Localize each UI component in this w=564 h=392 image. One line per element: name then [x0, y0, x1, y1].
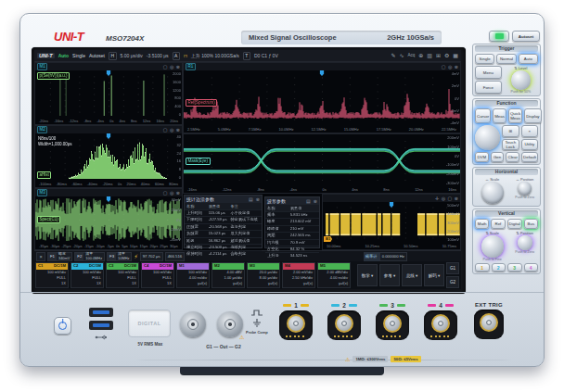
run-mode-indicator[interactable]: Auto [58, 53, 69, 58]
close-icon[interactable]: ⊗ [314, 198, 317, 204]
menu-icon[interactable]: ▤ [306, 198, 311, 204]
bus-tag: B1 [324, 236, 332, 242]
apps-icon[interactable]: ▦ [453, 51, 458, 60]
horizontal-position-knob[interactable] [518, 182, 532, 196]
function-button[interactable]: Meas [493, 108, 506, 123]
vertical-position-knob[interactable] [518, 235, 532, 250]
close-icon[interactable]: ⊗ [176, 64, 180, 70]
cursor-icon[interactable]: ⊕ [418, 51, 423, 60]
trigger-mode-button[interactable]: Auto [519, 54, 538, 64]
channel-button[interactable]: 2 [492, 263, 506, 272]
channel-status-box[interactable]: M4 2.00 mV/div 2.50 kHz/div y=f(x) [282, 262, 315, 288]
maximize-icon[interactable]: ▢ [442, 64, 446, 70]
channel-status-box[interactable]: M5 2.00 dBV/div 4.00 ns/div y=f(x) [317, 262, 351, 288]
gen-buttons: G1G2 [446, 262, 459, 288]
vertical-button[interactable]: Digital [507, 219, 522, 229]
function-button[interactable]: Clear [506, 152, 519, 162]
trigger-mode-button[interactable]: Single [475, 54, 494, 64]
record-icon[interactable]: ◎ [170, 190, 173, 196]
maximize-icon[interactable]: ▢ [163, 190, 168, 196]
vertical-button[interactable]: Bus [524, 219, 538, 229]
function-button[interactable]: Gen [491, 152, 505, 162]
dropdown-button[interactable]: 总线▾ [402, 264, 422, 286]
maximize-icon[interactable]: ▢ [163, 64, 168, 70]
record-icon[interactable]: ◎ [442, 196, 445, 201]
settings-icon[interactable]: ⚙ [444, 51, 449, 60]
acquire-badge[interactable]: A [173, 52, 180, 60]
bolt-icon[interactable]: ⚡ [134, 253, 137, 259]
close-icon[interactable]: ⊗ [455, 196, 458, 201]
horizontal-badge[interactable]: H [109, 52, 117, 60]
function-button[interactable]: Utility [521, 139, 539, 151]
record-icon[interactable]: ◎ [448, 64, 452, 70]
multifunction-knob[interactable] [475, 125, 500, 150]
dropdown-button[interactable]: 解码▾ [424, 264, 444, 286]
menu-icon[interactable]: ▤ [249, 196, 253, 202]
connector-panel: DIGITAL 5V RMS Max ⚠ G1 — Out — G2 Probe… [20, 292, 544, 366]
trigger-badge[interactable]: T [243, 52, 250, 60]
channel-status-box[interactable]: M1 100 mV/div 4.00 ns/div y=f(x) [176, 262, 210, 288]
control-panel: Autoset Trigger SingleNormalAuto MenuFor… [471, 29, 542, 292]
maximize-icon[interactable]: ▢ [448, 196, 453, 201]
usb-ports [89, 308, 113, 341]
trigger-section: Trigger SingleNormalAuto MenuForce ⇅ Lev… [472, 44, 541, 96]
windows-icon[interactable]: ⊞ [436, 51, 441, 60]
function-button[interactable]: × [521, 125, 539, 137]
record-icon[interactable]: ◎ [170, 64, 173, 70]
channel-status-box[interactable]: M2 4.00 dBV 1.00 μs/div y=f(x) [212, 262, 245, 288]
measure-tab[interactable]: F1 幅度340mV [47, 252, 72, 261]
generator-button[interactable]: G2 [446, 276, 459, 288]
close-measures-icon[interactable]: × [36, 252, 45, 261]
acquire-icon[interactable]: Acq [407, 51, 415, 60]
screen-menubar: UNI-T Auto Single Autoset H 5.00 μs/div … [34, 50, 461, 62]
function-button[interactable]: Quick Meas [508, 108, 522, 123]
pan-icon[interactable]: ✛ [435, 196, 439, 201]
v-push-fine-label: Push to Fine [475, 258, 509, 261]
vertical-button[interactable]: Math [475, 219, 489, 229]
trigger-mode-button[interactable]: Normal [496, 54, 516, 64]
oscilloscope-device: UNI-T MSO7204X Mixed Signal Oscilloscope… [19, 13, 545, 367]
run-stop-button[interactable] [489, 31, 509, 42]
channel-status-box[interactable]: C1DC/1M 100 mV/div FULL 1X [35, 262, 69, 288]
function-button[interactable]: Display [524, 108, 541, 123]
dropdown-button[interactable]: 参考▾ [379, 264, 400, 286]
dropdown-button[interactable]: 数学▾ [357, 264, 378, 286]
close-icon[interactable]: ⊗ [176, 127, 180, 133]
channel-status-box[interactable]: M3 20.0 μs/div 8.00 μs/div y=f(x) [247, 262, 280, 288]
function-button[interactable]: Cursor [475, 108, 491, 123]
function-button[interactable]: Touch Lock [502, 139, 519, 151]
record-icon[interactable]: ◎ [170, 127, 173, 133]
trigger-level-knob[interactable] [511, 70, 531, 90]
trigger-readout: 上升 100% 10.00GSa/s [191, 53, 239, 58]
function-button[interactable]: Default [521, 152, 538, 162]
close-icon[interactable]: ⊗ [176, 190, 180, 196]
trigger-button[interactable]: Force [475, 81, 502, 94]
measure-tab[interactable]: F2 频率100.0MHz [74, 252, 105, 261]
close-icon[interactable]: ⊗ [455, 64, 458, 70]
channel-button[interactable]: 4 [524, 263, 539, 272]
close-icon[interactable]: ⊗ [256, 196, 260, 202]
annotate-icon[interactable]: ✎ [391, 51, 395, 60]
trigger-button[interactable]: Menu [475, 66, 502, 79]
maximize-icon[interactable]: ▢ [163, 127, 168, 133]
autoset-menu-item[interactable]: Autoset [89, 53, 105, 58]
vertical-button[interactable]: Ref [491, 219, 505, 229]
generator-button[interactable]: G1 [446, 262, 459, 274]
trigger-slope-icon: ⊓ [184, 53, 187, 58]
storage-icon[interactable]: ▥ [427, 51, 432, 60]
ext-trig-input: EXT TRIG [474, 302, 504, 339]
channel-button[interactable]: 1 [475, 263, 490, 272]
wave-icon[interactable]: ∿ [399, 51, 404, 60]
horizontal-scale-knob[interactable] [481, 182, 504, 204]
measure-tab[interactable]: F3 频率10MHz [107, 252, 132, 261]
autoset-button[interactable]: Autoset [512, 31, 540, 42]
vertical-scale-knob[interactable] [481, 235, 504, 258]
channel-button[interactable]: 3 [507, 263, 522, 272]
function-button[interactable]: ⊞ [502, 125, 519, 137]
channel-status-box[interactable]: C4DC/1M 100 mV/div FULL 1X [141, 262, 174, 288]
channel-status-box[interactable]: C2DC/1M 100 mV/div FULL 1X [70, 262, 104, 288]
channel-status-box[interactable]: C3DC/1M 100 mV/div FULL 1X [106, 262, 139, 288]
function-button[interactable]: DVM [475, 152, 489, 162]
power-button[interactable] [54, 317, 71, 335]
single-menu-item[interactable]: Single [72, 53, 85, 58]
